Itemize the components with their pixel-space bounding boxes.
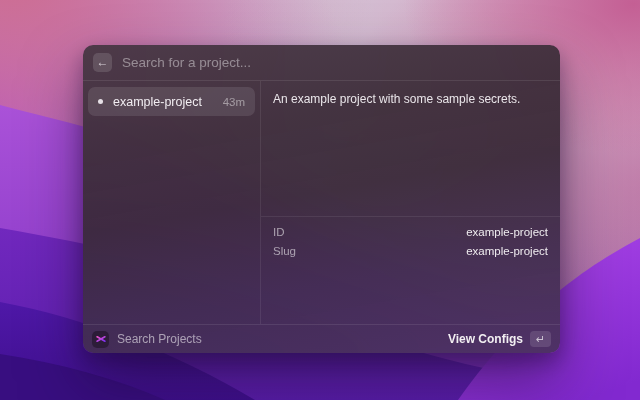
launcher-window: ← example-project 43m An example project… [83,45,560,353]
detail-pane: An example project with some sample secr… [261,81,560,324]
project-list: example-project 43m [83,81,261,324]
list-item-example-project[interactable]: example-project 43m [88,87,255,116]
metadata-label: ID [273,226,285,238]
primary-action-label: View Configs [448,332,523,346]
metadata-row-slug: Slug example-project [273,244,548,257]
bullet-icon [98,99,103,104]
project-age-badge: 43m [223,96,245,108]
footer-bar: Search Projects View Configs ↵ [83,324,560,353]
metadata-section: ID example-project Slug example-project [261,217,560,265]
search-input[interactable] [122,55,550,70]
metadata-row-id: ID example-project [273,225,548,238]
command-name: Search Projects [117,332,440,346]
metadata-value: example-project [466,226,548,238]
metadata-label: Slug [273,245,296,257]
enter-key-icon: ↵ [530,331,551,347]
back-arrow-icon: ← [97,53,109,72]
search-bar: ← [83,45,560,81]
content-area: example-project 43m An example project w… [83,81,560,324]
project-description: An example project with some sample secr… [261,81,560,217]
extension-asterisk-icon [92,331,109,348]
metadata-value: example-project [466,245,548,257]
view-configs-button[interactable]: View Configs ↵ [448,331,551,347]
project-name: example-project [113,95,213,109]
back-button[interactable]: ← [93,53,112,72]
